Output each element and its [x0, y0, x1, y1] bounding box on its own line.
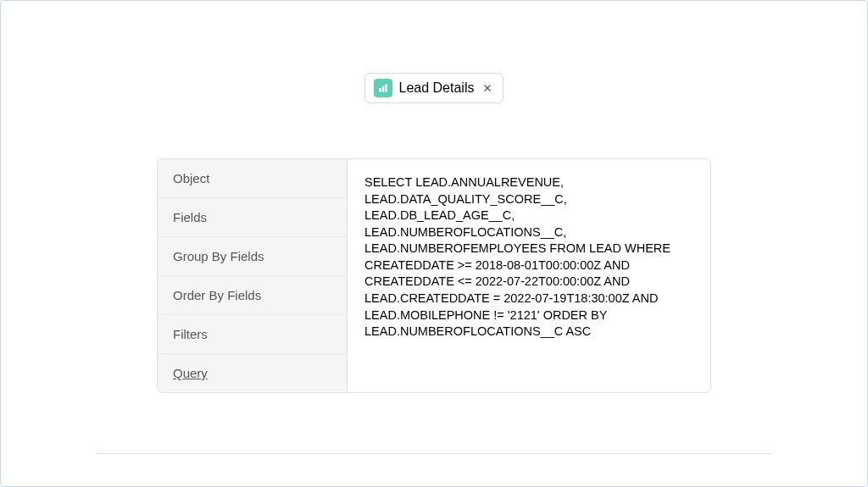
svg-rect-0 — [379, 88, 381, 92]
sidebar-item-label: Group By Fields — [173, 249, 264, 263]
chip-label: Lead Details — [399, 80, 475, 96]
sidebar-item-label: Filters — [173, 327, 208, 341]
sidebar-item-label: Fields — [173, 210, 207, 224]
sidebar-item-fields[interactable]: Fields — [158, 198, 347, 237]
sidebar-item-order-by-fields[interactable]: Order By Fields — [158, 276, 347, 315]
divider — [96, 453, 772, 454]
sidebar: Object Fields Group By Fields Order By F… — [158, 159, 348, 392]
sidebar-item-query[interactable]: Query — [158, 354, 347, 392]
content-area: SELECT LEAD.ANNUALREVENUE, LEAD.DATA_QUA… — [348, 159, 710, 392]
sidebar-item-label: Order By Fields — [173, 288, 261, 302]
sidebar-item-label: Query — [173, 366, 208, 380]
svg-rect-2 — [385, 84, 387, 91]
lead-details-chip[interactable]: Lead Details — [364, 73, 504, 103]
sidebar-item-group-by-fields[interactable]: Group By Fields — [158, 237, 347, 276]
details-panel: Object Fields Group By Fields Order By F… — [157, 158, 711, 393]
sidebar-item-object[interactable]: Object — [158, 159, 347, 198]
svg-rect-1 — [381, 86, 383, 92]
main-container: Lead Details Object Fields Group By Fiel… — [1, 1, 867, 486]
sidebar-item-label: Object — [173, 171, 209, 185]
sidebar-item-filters[interactable]: Filters — [158, 315, 347, 354]
report-icon — [374, 79, 392, 97]
query-text: SELECT LEAD.ANNUALREVENUE, LEAD.DATA_QUA… — [364, 174, 693, 340]
close-icon[interactable] — [481, 81, 494, 95]
